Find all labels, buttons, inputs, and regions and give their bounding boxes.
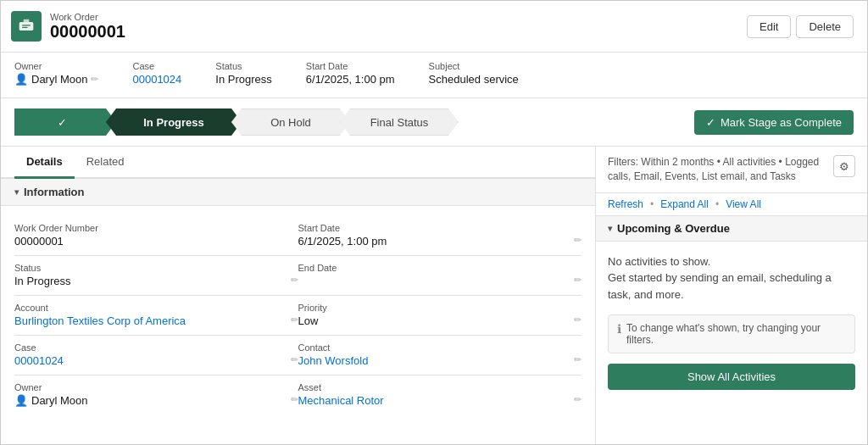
svg-rect-2 xyxy=(22,25,31,25)
right-panel: Filters: Within 2 months • All activitie… xyxy=(596,147,867,444)
stage-final-status[interactable]: Final Status xyxy=(340,108,459,136)
upcoming-section-header[interactable]: ▾ Upcoming & Overdue xyxy=(596,216,867,242)
tab-related[interactable]: Related xyxy=(75,147,136,179)
tab-details[interactable]: Details xyxy=(14,147,75,179)
meta-subject: Subject Scheduled service xyxy=(429,61,519,86)
view-all-link[interactable]: View All xyxy=(726,198,761,210)
meta-owner: Owner 👤 Daryl Moon ✏ xyxy=(14,61,98,86)
field-asset: Asset Mechanical Rotor ✏ xyxy=(298,375,582,414)
upcoming-chevron-icon: ▾ xyxy=(608,224,612,233)
owner-field-edit-icon[interactable]: ✏ xyxy=(291,394,298,405)
field-account: Account Burlington Textiles Corp of Amer… xyxy=(14,296,298,335)
owner-user-icon: 👤 xyxy=(14,394,28,407)
start-date-edit-icon[interactable]: ✏ xyxy=(574,235,581,246)
start-date-label: Start Date xyxy=(306,61,395,71)
owner-value: 👤 Daryl Moon ✏ xyxy=(14,73,98,86)
start-date-value: 6/1/2025, 1:00 pm xyxy=(306,73,395,86)
stage-completed[interactable]: ✓ xyxy=(14,108,116,136)
meta-start-date: Start Date 6/1/2025, 1:00 pm xyxy=(306,61,395,86)
stage-bar: ✓ In Progress On Hold Final Status ✓ Mar… xyxy=(1,98,867,147)
status-label: Status xyxy=(215,61,271,71)
check-icon: ✓ xyxy=(706,116,715,129)
case-link[interactable]: 00001024 xyxy=(132,73,181,86)
checkmark-icon: ✓ xyxy=(58,116,67,129)
owner-label: Owner xyxy=(14,61,98,71)
contact-link[interactable]: John Worsfold xyxy=(298,354,369,367)
work-order-icon xyxy=(11,11,42,42)
subject-label: Subject xyxy=(429,61,519,71)
filter-row: Filters: Within 2 months • All activitie… xyxy=(596,147,867,193)
expand-all-link[interactable]: Expand All xyxy=(660,198,709,210)
edit-button[interactable]: Edit xyxy=(747,15,791,38)
field-end-date: End Date ✏ xyxy=(298,256,582,295)
work-order-number: 00000001 xyxy=(50,22,125,42)
filter-text: Filters: Within 2 months • All activitie… xyxy=(608,155,833,184)
information-section-header[interactable]: ▾ Information xyxy=(1,179,595,206)
gear-button[interactable]: ⚙ xyxy=(833,155,855,177)
case-edit-icon[interactable]: ✏ xyxy=(291,354,298,365)
field-contact: Contact John Worsfold ✏ xyxy=(298,336,582,375)
account-link[interactable]: Burlington Textiles Corp of America xyxy=(14,314,186,327)
user-icon: 👤 xyxy=(14,73,28,86)
stage-on-hold[interactable]: On Hold xyxy=(231,108,350,136)
asset-edit-icon[interactable]: ✏ xyxy=(574,394,581,405)
field-work-order-number: Work Order Number 00000001 xyxy=(14,216,298,255)
mark-complete-button[interactable]: ✓ Mark Stage as Complete xyxy=(694,110,854,135)
content-area: Details Related ▾ Information Work Order… xyxy=(1,147,867,444)
delete-button[interactable]: Delete xyxy=(796,15,854,38)
show-all-activities-button[interactable]: Show All Activities xyxy=(608,364,855,390)
header-title: Work Order 00000001 xyxy=(50,12,125,42)
svg-rect-1 xyxy=(24,19,30,22)
refresh-link[interactable]: Refresh xyxy=(608,198,643,210)
status-edit-icon[interactable]: ✏ xyxy=(291,275,298,286)
status-value: In Progress xyxy=(215,73,271,86)
left-panel: Details Related ▾ Information Work Order… xyxy=(1,147,596,444)
stage-in-progress[interactable]: In Progress xyxy=(106,108,242,136)
header-buttons: Edit Delete xyxy=(747,15,854,38)
subject-value: Scheduled service xyxy=(429,73,519,86)
owner-edit-icon[interactable]: ✏ xyxy=(91,74,98,85)
field-case: Case 00001024 ✏ xyxy=(14,336,298,375)
work-order-label: Work Order xyxy=(50,12,125,22)
info-icon: ℹ xyxy=(617,322,621,336)
stage-bar-inner: ✓ In Progress On Hold Final Status xyxy=(14,108,681,136)
field-priority: Priority Low ✏ xyxy=(298,296,582,335)
work-order-header: Work Order 00000001 Edit Delete xyxy=(1,1,867,53)
asset-link[interactable]: Mechanical Rotor xyxy=(298,394,384,407)
svg-rect-0 xyxy=(19,22,34,31)
case-label: Case xyxy=(132,61,181,71)
contact-edit-icon[interactable]: ✏ xyxy=(574,354,581,365)
svg-rect-3 xyxy=(22,27,28,28)
details-content: ▾ Information Work Order Number 00000001… xyxy=(1,179,595,444)
case-field-link[interactable]: 00001024 xyxy=(14,354,64,367)
meta-case: Case 00001024 xyxy=(132,61,181,86)
priority-edit-icon[interactable]: ✏ xyxy=(574,314,581,325)
field-owner: Owner 👤 Daryl Moon ✏ xyxy=(14,375,298,414)
case-value: 00001024 xyxy=(132,73,181,86)
account-edit-icon[interactable]: ✏ xyxy=(291,314,298,325)
action-links: Refresh • Expand All • View All xyxy=(596,193,867,216)
end-date-edit-icon[interactable]: ✏ xyxy=(574,275,581,286)
chevron-icon: ▾ xyxy=(14,187,19,197)
tabs-row: Details Related xyxy=(1,147,595,179)
field-status: Status In Progress ✏ xyxy=(14,256,298,295)
no-activities-text: No activities to show.Get started by sen… xyxy=(596,242,867,315)
info-box: ℹ To change what's shown, try changing y… xyxy=(608,314,855,353)
header-left: Work Order 00000001 xyxy=(11,11,125,42)
meta-status: Status In Progress xyxy=(215,61,271,86)
field-start-date: Start Date 6/1/2025, 1:00 pm ✏ xyxy=(298,216,582,255)
fields-grid: Work Order Number 00000001 Start Date 6/… xyxy=(1,206,595,425)
meta-row: Owner 👤 Daryl Moon ✏ Case 00001024 Statu… xyxy=(1,53,867,98)
